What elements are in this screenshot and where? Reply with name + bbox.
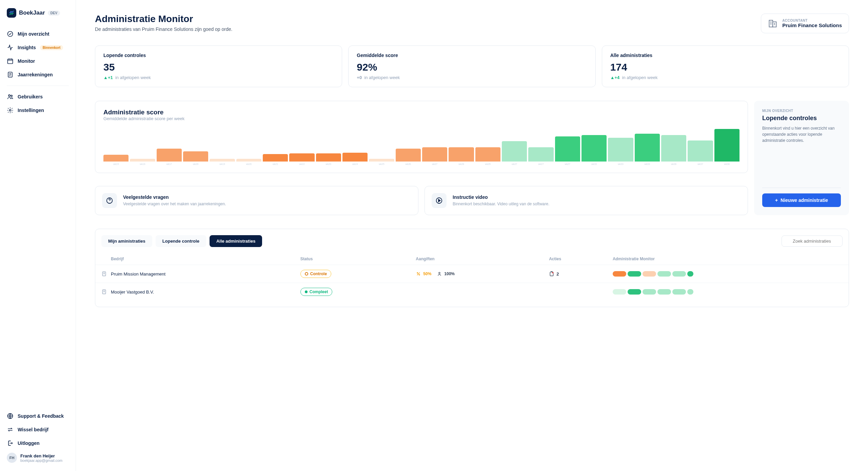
percent-icon [416,271,421,277]
calendar-icon [7,58,14,64]
svg-point-15 [439,272,440,274]
stat-label: Lopende controles [103,53,334,58]
nav-label: Uitloggen [18,440,40,446]
chart-bar: wk25 [369,159,394,165]
tab-alle[interactable]: Alle administraties [210,235,262,247]
col-bedrijf: Bedrijf [95,253,294,265]
svg-point-4 [11,95,12,96]
check-circle-icon [7,31,14,37]
svg-point-17 [552,272,553,274]
nav-footer: Support & Feedback Wissel bedrijf Uitlog… [0,409,76,450]
chart-bar: wk26 [396,149,421,165]
stat-delta: +0 in afgelopen week [357,75,587,80]
table-row[interactable]: Mooijer Vastgoed B.V.Compleet [95,283,849,301]
chart-bar: wk22 [289,153,314,165]
nav-label: Gebruikers [18,94,43,99]
nav-item-switch-company[interactable]: Wissel bedrijf [0,423,76,436]
chart-card: Administratie score Gemiddelde administr… [95,101,748,173]
svg-rect-1 [8,59,13,63]
nav-item-jaarrekeningen[interactable]: Jaarrekeningen [0,68,76,81]
nav-item-logout[interactable]: Uitloggen [0,436,76,450]
accountant-card[interactable]: ACCOUNTANT Pruim Finance Solutions [761,14,849,33]
chart-bar: wk28 [449,147,474,165]
nav-item-insights[interactable]: Insights Binnenkort [0,41,76,54]
table-row[interactable]: Pruim Mission ManagementControle 50% 100… [95,265,849,283]
chart-bar: wk33 [608,138,633,165]
nav-item-support[interactable]: Support & Feedback [0,409,76,423]
info-card-faq[interactable]: Veelgestelde vragen Veelgestelde vragen … [95,186,418,215]
sidebar: BoekJaar DEV Mijn overzicht Insights Bin… [0,0,76,471]
tab-lopende[interactable]: Lopende controle [156,235,206,247]
stat-delta: ▲+4 in afgelopen week [610,75,841,80]
svg-point-5 [9,110,11,111]
info-card-video[interactable]: Instructie video Binnenkort beschikbaar.… [425,186,748,215]
chart-bar: wk33 [581,135,607,165]
file-icon [101,271,107,277]
stat-card-administraties: Alle administraties 174 ▲+4 in afgelopen… [602,45,849,87]
accountant-label: ACCOUNTANT [782,19,842,22]
admin-table-card: Mijn aministraties Lopende controle Alle… [95,229,849,307]
person-icon [437,271,442,277]
building-icon [768,19,777,28]
info-text: Binnenkort beschikbaar. Video uitleg van… [453,201,549,207]
col-acties: Acties [543,253,607,265]
chart-bar: wk27 [528,147,553,165]
env-badge: DEV [48,11,60,16]
chart-bar: wk23 [316,153,341,165]
admin-table: Bedrijf Status Aangiften Acties Administ… [95,253,849,301]
page-subtitle: De administraties van Pruim Finance Solu… [95,26,232,32]
chart-bar: wk16 [130,159,155,165]
main-content: Administratie Monitor De administraties … [76,0,868,471]
document-icon [7,71,14,78]
stat-label: Gemiddelde score [357,53,587,58]
chart-bar: wk17 [157,149,182,165]
side-panel-controles: MIJN OVERZICHT Lopende controles Binnenk… [754,101,849,215]
user-email: boekjaar.app@gmail.com [20,458,62,463]
user-profile[interactable]: FH Frank den Heijer boekjaar.app@gmail.c… [0,450,76,463]
status-badge: Controle [300,270,331,278]
brand-name: BoekJaar [19,10,45,16]
chart-bar: wk29 [475,147,500,165]
new-admin-button[interactable]: + Nieuwe administratie [762,193,841,207]
nav-divider [7,86,69,86]
status-badge: Compleet [300,288,333,296]
search-input[interactable] [782,236,843,247]
row-company: Mooijer Vastgoed B.V. [101,289,288,295]
nav-item-users[interactable]: Gebruikers [0,90,76,103]
nav-item-settings[interactable]: Instellingen [0,103,76,117]
nav-label: Insights [18,45,36,50]
chart-bar: wk21 [263,154,288,165]
side-panel-title: Lopende controles [762,115,841,122]
soon-badge: Binnenkort [40,45,63,50]
chart-bar: wk20 [236,159,261,165]
chart-bar: wk19 [210,159,235,165]
nav-item-overview[interactable]: Mijn overzicht [0,27,76,41]
col-status: Status [294,253,410,265]
nav-label: Monitor [18,58,35,64]
stat-value: 174 [610,61,841,73]
users-icon [7,93,14,100]
svg-point-3 [8,95,10,96]
chart-bar: wk26 [183,151,208,165]
stat-delta: ▲+1 in afgelopen week [103,75,334,80]
file-icon [101,289,107,295]
col-aangiften: Aangiften [410,253,543,265]
brand-mark-icon [7,8,16,18]
question-icon [102,193,117,208]
stat-card-score: Gemiddelde score 92% +0 in afgelopen wee… [348,45,595,87]
chart-bar: wk27 [422,147,447,165]
nav-item-monitor[interactable]: Monitor [0,54,76,68]
aangiften-cell: 50% 100% [416,271,537,277]
plus-icon: + [775,197,778,203]
nav-primary: Mijn overzicht Insights Binnenkort Monit… [0,27,76,117]
chart-title: Administratie score [103,109,739,116]
play-circle-icon [432,193,447,208]
monitor-bars [613,289,843,295]
side-panel-text: Binnenkort vind u hier een overzicht van… [762,125,841,144]
accountant-name: Pruim Finance Solutions [782,22,842,28]
chart-bar: wk38 [714,129,739,165]
svg-point-14 [419,274,420,275]
tab-mijn[interactable]: Mijn aministraties [101,235,152,247]
page-title: Administratie Monitor [95,14,232,24]
svg-point-13 [417,272,418,274]
